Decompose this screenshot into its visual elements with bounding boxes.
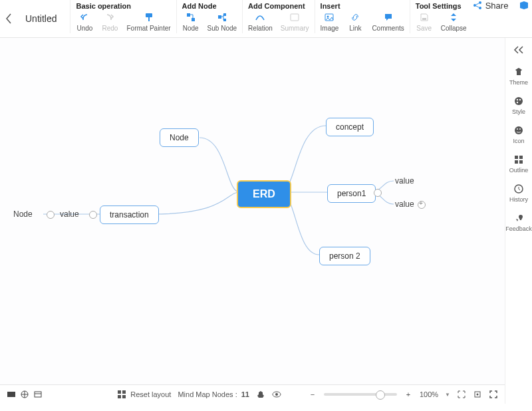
collapse-handle-left1[interactable] — [47, 211, 55, 219]
group-tool-settings: Tool Settings Save Collapse — [410, 0, 472, 33]
svg-rect-35 — [519, 160, 523, 164]
svg-rect-17 — [118, 390, 121, 394]
group-add-node: Add Node Node Sub Node — [176, 0, 242, 33]
toolbar: Untitled Basic operation Undo Redo Forma… — [0, 0, 532, 38]
svg-rect-16 — [35, 392, 41, 397]
collapse-handle-person1[interactable] — [374, 189, 382, 197]
svg-point-29 — [515, 126, 523, 134]
right-actions: Share Export — [472, 0, 532, 11]
leaf-node-label[interactable]: Node — [13, 209, 33, 219]
summary-button[interactable]: Summary — [281, 11, 309, 32]
outline-icon — [513, 154, 525, 166]
group-title: Add Component — [248, 0, 309, 11]
redo-icon — [104, 11, 116, 23]
group-insert: Insert Image Link Comments — [315, 0, 410, 33]
node-root[interactable]: ERD — [237, 180, 291, 208]
export-icon — [519, 0, 529, 11]
svg-point-22 — [275, 393, 278, 396]
history-icon — [513, 183, 525, 195]
share-icon — [472, 0, 483, 11]
node-icon — [185, 11, 197, 23]
add-node-button[interactable]: Node — [182, 11, 200, 32]
node-concept[interactable]: concept — [326, 118, 374, 136]
group-title: Add Node — [182, 0, 237, 11]
group-basic-operation: Basic operation Undo Redo Format Painter — [70, 0, 176, 33]
leaf-value-label[interactable]: value — [60, 209, 79, 219]
svg-rect-19 — [118, 395, 121, 398]
undo-button[interactable]: Undo — [76, 11, 93, 32]
fit-screen-icon[interactable] — [457, 390, 466, 399]
reset-layout-button[interactable]: Reset layout — [117, 390, 171, 399]
zoom-in-button[interactable]: + — [404, 390, 413, 399]
canvas[interactable]: ERD Node transaction Node value concept … — [0, 38, 505, 404]
insert-comments-button[interactable]: Comments — [372, 11, 404, 32]
view-mode-1-icon[interactable] — [7, 390, 16, 399]
undo-icon — [78, 11, 90, 23]
view-mode-3-icon[interactable] — [33, 390, 43, 399]
group-add-component: Add Component Relation Summary — [242, 0, 315, 33]
format-painter-button[interactable]: Format Painter — [126, 11, 170, 32]
svg-rect-20 — [122, 395, 126, 398]
zoom-slider[interactable] — [324, 393, 397, 396]
svg-rect-7 — [291, 14, 299, 21]
back-button[interactable] — [5, 0, 12, 37]
save-button[interactable]: Save — [416, 11, 433, 32]
svg-rect-14 — [7, 392, 15, 397]
node-person2[interactable]: person 2 — [319, 247, 370, 265]
svg-rect-0 — [146, 13, 152, 17]
svg-point-9 — [327, 16, 329, 18]
collapse-button[interactable]: Collapse — [441, 11, 467, 32]
group-title: Insert — [321, 0, 404, 11]
summary-icon — [289, 11, 301, 23]
pan-icon[interactable] — [256, 390, 265, 399]
save-icon — [418, 11, 430, 23]
export-button[interactable]: Export — [519, 0, 532, 11]
relation-button[interactable]: Relation — [248, 11, 273, 32]
insert-link-button[interactable]: Link — [346, 11, 364, 32]
add-subnode-button[interactable]: Sub Node — [207, 11, 237, 32]
redo-button[interactable]: Redo — [101, 11, 118, 32]
svg-rect-33 — [519, 156, 523, 159]
side-history[interactable]: History — [509, 183, 528, 203]
svg-point-11 — [473, 4, 476, 7]
svg-point-28 — [517, 102, 518, 103]
collapse-icon — [448, 11, 460, 23]
status-bar: Reset layout Mind Map Nodes : 11 − + 100… — [0, 384, 505, 404]
sidebar-collapse-button[interactable] — [511, 43, 526, 57]
side-style[interactable]: Style — [512, 95, 525, 115]
link-icon — [349, 11, 361, 23]
collapse-handle-left2[interactable] — [89, 211, 97, 219]
fullscreen-icon[interactable] — [489, 390, 498, 399]
grid-icon — [117, 390, 126, 399]
node-person1[interactable]: person1 — [327, 184, 376, 203]
chevron-double-left-icon — [513, 45, 525, 55]
leaf-person1-value2[interactable]: value — [395, 200, 414, 209]
side-theme[interactable]: Theme — [509, 66, 528, 86]
chevron-left-icon — [5, 13, 12, 24]
side-feedback[interactable]: Feedback — [505, 212, 532, 232]
side-icon[interactable]: Icon — [513, 124, 525, 144]
style-icon — [513, 95, 525, 107]
share-button[interactable]: Share — [472, 0, 509, 11]
node-transaction[interactable]: transaction — [100, 206, 159, 224]
node-node-top[interactable]: Node — [160, 128, 199, 147]
center-icon[interactable] — [473, 390, 482, 399]
document-title[interactable]: Untitled — [12, 0, 70, 37]
zoom-out-button[interactable]: − — [308, 390, 317, 399]
format-painter-icon — [143, 11, 155, 23]
svg-rect-5 — [223, 13, 226, 16]
add-child-handle[interactable] — [418, 201, 426, 209]
side-outline[interactable]: Outline — [509, 154, 529, 174]
svg-point-24 — [477, 394, 479, 396]
insert-image-button[interactable]: Image — [321, 11, 339, 32]
view-mode-2-icon[interactable] — [20, 390, 29, 399]
svg-point-26 — [517, 99, 518, 100]
svg-point-25 — [515, 97, 523, 105]
leaf-person1-value1[interactable]: value — [395, 176, 414, 186]
svg-point-12 — [479, 1, 481, 4]
theme-icon — [513, 66, 525, 78]
svg-rect-6 — [223, 19, 226, 21]
relation-icon — [254, 11, 266, 23]
svg-point-30 — [517, 128, 518, 130]
eye-icon[interactable] — [272, 390, 281, 399]
